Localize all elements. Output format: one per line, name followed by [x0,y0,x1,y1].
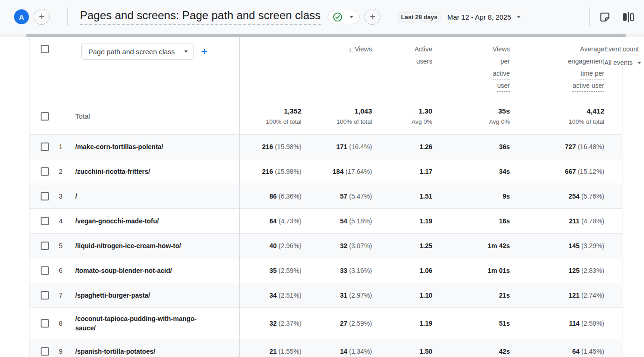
total-avg-engagement: 35s Avg 0% [432,107,510,125]
active-users-cell: 57(5.47%) [301,193,372,200]
avg-engagement-cell: 34s [432,168,510,175]
row-rank: 6 [58,267,75,274]
row-checkbox[interactable] [41,347,49,356]
views-cell: 21(1.55%) [239,348,301,355]
total-active-users: 1,043 100% of total [301,107,372,125]
page-path-cell[interactable]: /zucchini-ricotta-fritters/ [75,161,239,182]
row-rank: 3 [58,193,75,200]
views-cell: 32(2.37%) [239,320,301,327]
avatar[interactable]: A [14,9,29,24]
page-path-cell[interactable]: /tomato-soup-blender-not-acid/ [75,260,239,281]
page-path-cell[interactable]: / [75,186,239,207]
chevron-down-icon [637,62,641,64]
event-count-cell: 727(16.48%) [510,143,604,150]
table-body: 1 /make-corn-tortillas-polenta/ 216(15.9… [30,135,622,357]
table-row: 6 /tomato-soup-blender-not-acid/ 35(2.59… [30,258,622,283]
table-row: 1 /make-corn-tortillas-polenta/ 216(15.9… [30,135,622,159]
event-count-cell: 211(4.78%) [510,217,604,225]
row-checkbox[interactable] [41,266,49,275]
active-users-cell: 54(5.18%) [301,217,372,225]
column-divider [239,37,240,357]
header-divider [67,7,68,26]
views-cell: 86(6.36%) [239,193,301,200]
active-users-cell: 33(3.16%) [301,267,372,274]
row-rank: 1 [58,143,75,150]
event-filter-dropdown[interactable]: All events [604,58,641,67]
column-header-active-users[interactable]: Active users [372,45,432,69]
page-path-cell[interactable]: /spaghetti-burger-pasta/ [75,285,239,306]
avg-engagement-cell: 42s [432,348,510,355]
row-checkbox[interactable] [41,291,49,300]
dimension-selector-label: Page path and screen class [88,48,175,56]
chevron-down-icon [350,16,353,18]
avg-engagement-cell: 1m 01s [432,267,510,274]
column-header-views[interactable]: ↓Views [301,45,372,57]
avg-engagement-cell: 1m 42s [432,242,510,250]
date-range-selector[interactable]: Mar 12 - Apr 8, 2025 [447,13,521,21]
row-checkbox[interactable] [41,242,49,250]
views-cell: 34(2.51%) [239,292,301,299]
horizontal-scrollbar-thumb[interactable] [26,34,626,37]
row-rank: 5 [58,242,75,250]
page-path-cell[interactable]: /spanish-tortilla-potatoes/ [75,341,239,357]
row-checkbox[interactable] [41,143,49,151]
active-users-cell: 171(16.4%) [301,143,372,150]
dimension-selector-dropdown[interactable]: Page path and screen class [81,43,194,60]
avg-engagement-cell: 9s [432,193,510,200]
table-row: 5 /liquid-nitrogen-ice-cream-how-to/ 40(… [30,234,622,258]
views-per-active-user-cell: 1.26 [372,143,432,150]
column-header-avg-engagement-time[interactable]: Average engagement time per active user [510,45,604,93]
page-path-cell[interactable]: /liquid-nitrogen-ice-cream-how-to/ [75,235,239,257]
row-checkbox[interactable] [41,167,49,176]
row-rank: 9 [58,348,75,355]
total-label: Total [75,112,239,120]
note-icon[interactable] [599,11,611,23]
table-row: 3 / 86(6.36%) 57(5.47%) 1.51 9s 254(5.76… [30,184,622,209]
page-path-cell[interactable]: /vegan-gnocchi-made-tofu/ [75,210,239,232]
horizontal-scrollbar [0,34,644,37]
row-rank: 2 [58,168,75,175]
table-row: 7 /spaghetti-burger-pasta/ 34(2.51%) 31(… [30,283,622,308]
active-users-cell: 31(2.97%) [301,292,372,299]
event-count-cell: 64(1.45%) [510,348,604,355]
row-rank: 7 [58,292,75,299]
table-row: 2 /zucchini-ricotta-fritters/ 216(15.98%… [30,159,622,184]
page-path-cell[interactable]: /make-corn-tortillas-polenta/ [75,136,239,157]
header-divider [589,7,590,26]
total-row-checkbox[interactable] [41,112,49,121]
total-views: 1,352 100% of total [239,107,301,125]
add-comparison-button[interactable]: + [34,9,50,25]
page-title[interactable]: Pages and screens: Page path and screen … [80,9,321,25]
date-preset-badge: Last 28 days [397,11,441,23]
row-checkbox[interactable] [41,319,49,328]
avg-engagement-cell: 51s [432,320,510,327]
page-path-cell[interactable]: /coconut-tapioca-pudding-with-mango-sauc… [75,308,239,339]
table-row: 8 /coconut-tapioca-pudding-with-mango-sa… [30,308,622,339]
avg-engagement-cell: 16s [432,217,510,225]
select-all-checkbox[interactable] [41,45,49,53]
table-row: 9 /spanish-tortilla-potatoes/ 21(1.55%) … [30,339,622,357]
event-count-cell: 145(3.29%) [510,242,604,250]
column-header-views-per-active-user[interactable]: Views per active user [432,45,510,93]
row-rank: 8 [58,320,75,327]
add-report-item-button[interactable]: + [365,9,380,25]
column-header-event-count[interactable]: Event count All events [604,45,623,67]
views-per-active-user-cell: 1.19 [372,320,432,327]
table-row: 4 /vegan-gnocchi-made-tofu/ 64(4.73%) 54… [30,209,622,234]
row-checkbox[interactable] [41,192,49,200]
views-per-active-user-cell: 1.51 [372,193,432,200]
views-cell: 216(15.98%) [239,168,301,175]
views-per-active-user-cell: 1.25 [372,242,432,250]
top-bar: A + Pages and screens: Page path and scr… [0,0,644,34]
chevron-down-icon [517,16,521,18]
report-status-badge[interactable] [328,10,360,24]
views-cell: 35(2.59%) [239,267,301,274]
views-per-active-user-cell: 1.17 [372,168,432,175]
row-checkbox[interactable] [41,217,49,225]
active-users-cell: 14(1.34%) [301,348,372,355]
add-dimension-button[interactable]: + [201,43,208,60]
views-cell: 216(15.98%) [239,143,301,150]
table-header: Page path and screen class + ↓Views Acti… [30,37,622,98]
table-total-row: Total 1,352 100% of total 1,043 100% of … [30,98,622,135]
comparison-panels-icon[interactable] [622,11,635,23]
